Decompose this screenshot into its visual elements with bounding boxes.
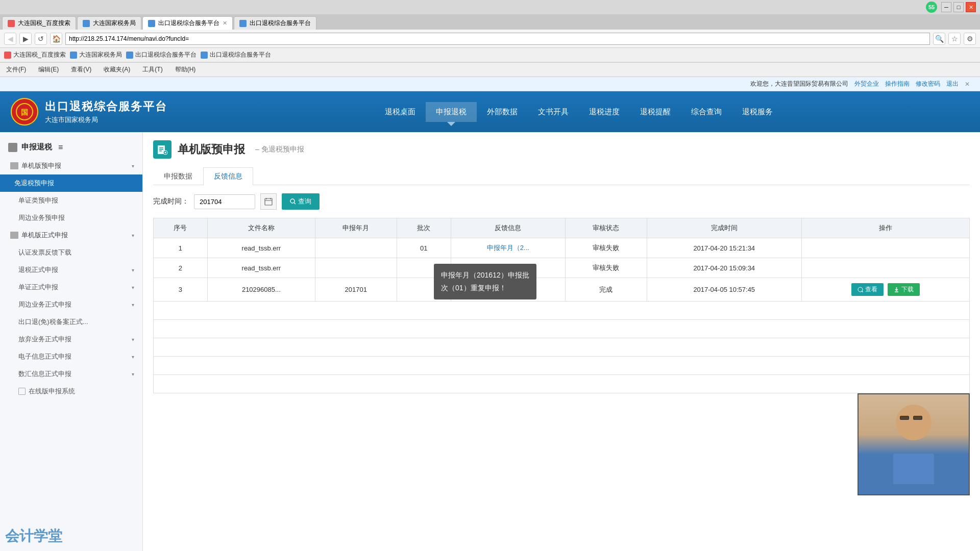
bookmark-0[interactable]: 大连国税_百度搜索 — [4, 51, 66, 59]
sidebar-item-standalone-declaration[interactable]: 单机版预申报 ▾ — [0, 157, 142, 174]
sidebar-item-invoice-download[interactable]: 认证发票反馈下载 — [0, 244, 142, 261]
menu-edit[interactable]: 编辑(E) — [36, 64, 61, 75]
person-head — [896, 405, 932, 440]
sidebar-item-exempt-tax[interactable]: 免退税预申报 — [0, 174, 142, 192]
complete-time-input[interactable] — [194, 194, 255, 209]
browser-tab-0[interactable]: 大连国税_百度搜索 — [2, 16, 76, 30]
row1-status: 审核失败 — [566, 238, 647, 258]
sidebar: 申报退税 ≡ 单机版预申报 ▾ 免退税预申报 单证类预申报 周边业务预申报 单机… — [0, 132, 143, 551]
query-btn-label: 查询 — [298, 197, 311, 206]
sidebar-label-online: 在线版申报系统 — [29, 387, 75, 396]
page-icon-small — [18, 388, 26, 395]
menu-view[interactable]: 查看(V) — [69, 64, 93, 75]
nav-external-data[interactable]: 外部数据 — [477, 102, 528, 122]
close-button[interactable]: ✕ — [966, 2, 976, 12]
forward-button[interactable]: ▶ — [19, 33, 32, 45]
col-actions: 操作 — [801, 218, 969, 238]
sidebar-label-standalone: 单机版预申报 — [21, 161, 61, 170]
nav-refund-reminder[interactable]: 退税提醒 — [630, 102, 681, 122]
nav-document-tools[interactable]: 文书开具 — [528, 102, 579, 122]
calendar-button[interactable] — [260, 193, 277, 210]
table-header-row: 序号 文件名称 申报年月 批次 反馈信息 审核状态 完成时间 操作 — [154, 218, 970, 238]
arrow-icon-data-exchange: ▾ — [132, 371, 134, 377]
main-nav: 退税桌面 申报退税 外部数据 文书开具 退税进度 退税提醒 综合查询 退税服务 — [188, 102, 970, 122]
tab-close-icon-2[interactable]: ✕ — [223, 20, 227, 27]
sidebar-item-peripheral-pre[interactable]: 周边业务预申报 — [0, 209, 142, 227]
sidebar-label-single-cert: 单证类预申报 — [18, 196, 58, 205]
app-menu-bar: 文件(F) 编辑(E) 查看(V) 收藏夹(A) 工具(T) 帮助(H) — [0, 63, 980, 77]
tab-favicon-1 — [83, 20, 90, 27]
row1-batch: 01 — [397, 238, 451, 258]
back-button[interactable]: ◀ — [4, 33, 16, 45]
row3-filename: 210296085... — [207, 278, 315, 302]
query-button[interactable]: 查询 — [282, 193, 320, 210]
bookmark-2[interactable]: 出口退税综合服务平台 — [126, 51, 197, 59]
bookmark-1[interactable]: 大连国家税务局 — [70, 51, 122, 59]
nav-refund-progress[interactable]: 退税进度 — [579, 102, 630, 122]
maximize-button[interactable]: □ — [953, 2, 964, 12]
nav-refund-service[interactable]: 退税服务 — [732, 102, 783, 122]
sidebar-item-single-cert[interactable]: 单证类预申报 — [0, 192, 142, 209]
browser-tab-3[interactable]: 出口退税综合服务平台 — [234, 16, 316, 30]
tab-declare-data[interactable]: 申报数据 — [153, 167, 203, 185]
svg-rect-2 — [159, 149, 163, 150]
browser-tab-2[interactable]: 出口退税综合服务平台 ✕ — [142, 16, 233, 30]
bookmark-label-2: 出口退税综合服务平台 — [135, 51, 197, 59]
bookmark-bar: 大连国税_百度搜索 大连国家税务局 出口退税综合服务平台 出口退税综合服务平台 — [0, 48, 980, 62]
user-info-bar: 欢迎您，大连昔望国际贸易有限公司 外贸企业 操作指南 修改密码 退出 ✕ — [0, 77, 980, 91]
userbar-close-icon[interactable]: ✕ — [965, 81, 970, 88]
sidebar-item-formal-refund[interactable]: 退税正式申报 ▾ — [0, 261, 142, 279]
link-guide[interactable]: 操作指南 — [885, 80, 910, 88]
page-icon — [153, 140, 172, 159]
nav-refund-desk[interactable]: 退税桌面 — [375, 102, 426, 122]
data-table: 序号 文件名称 申报年月 批次 反馈信息 审核状态 完成时间 操作 1 read… — [153, 218, 970, 393]
row1-feedback: 申报年月（2... — [451, 238, 565, 258]
row3-complete-time: 2017-04-05 10:57:45 — [647, 278, 801, 302]
menu-favorites[interactable]: 收藏夹(A) — [102, 64, 132, 75]
col-status: 审核状态 — [566, 218, 647, 238]
logo-subtitle: 大连市国家税务局 — [45, 115, 167, 124]
tab-feedback-info[interactable]: 反馈信息 — [203, 167, 253, 185]
sidebar-item-cert-formal[interactable]: 单证正式申报 ▾ — [0, 279, 142, 296]
sidebar-item-online-system[interactable]: 在线版申报系统 — [0, 383, 142, 400]
col-feedback: 反馈信息 — [451, 218, 565, 238]
minimize-button[interactable]: ─ — [941, 2, 951, 12]
tab-label-1: 大连国家税务局 — [93, 19, 136, 28]
bookmark-icon-2 — [126, 52, 133, 59]
arrow-icon-formal-refund: ▾ — [132, 267, 134, 273]
home-button[interactable]: 🏠 — [50, 33, 62, 45]
sidebar-item-electronic-formal[interactable]: 电子信息正式申报 ▾ — [0, 348, 142, 365]
menu-help[interactable]: 帮助(H) — [173, 64, 198, 75]
nav-comprehensive-query[interactable]: 综合查询 — [681, 102, 732, 122]
menu-tools[interactable]: 工具(T) — [140, 64, 164, 75]
menu-file[interactable]: 文件(F) — [4, 64, 28, 75]
bookmark-button[interactable]: ☆ — [948, 33, 961, 45]
sidebar-item-abandon[interactable]: 放弃业务正式申报 ▾ — [0, 331, 142, 348]
sidebar-label-formal: 单机版正式申报 — [21, 231, 68, 240]
bookmark-3[interactable]: 出口退税综合服务平台 — [201, 51, 271, 59]
table-row-empty — [154, 320, 970, 338]
browser-tab-1[interactable]: 大连国家税务局 — [77, 16, 141, 30]
nav-declare-tax[interactable]: 申报退税 — [426, 102, 477, 122]
sidebar-item-export-record[interactable]: 出口退(免)税备案正式... — [0, 313, 142, 331]
sidebar-item-data-exchange[interactable]: 数汇信息正式申报 ▾ — [0, 365, 142, 383]
bookmark-label-3: 出口退税综合服务平台 — [210, 51, 271, 59]
search-go-button[interactable]: 🔍 — [933, 33, 945, 45]
bookmark-label-0: 大连国税_百度搜索 — [13, 51, 66, 59]
link-logout[interactable]: 退出 — [946, 80, 959, 88]
settings-button[interactable]: ⚙ — [964, 33, 976, 45]
row2-batch — [397, 258, 451, 278]
url-input[interactable] — [65, 33, 930, 45]
download-button-row3[interactable]: 下载 — [888, 283, 920, 296]
link-company-type[interactable]: 外贸企业 — [854, 80, 879, 88]
site-header: 出口退税综合服务平台 大连市国家税务局 退税桌面 申报退税 外部数据 文书开具 … — [0, 91, 980, 132]
sidebar-label-export-record: 出口退(免)税备案正式... — [18, 317, 88, 327]
sidebar-item-peripheral-formal[interactable]: 周边业务正式申报 ▾ — [0, 296, 142, 313]
person-body — [888, 454, 939, 494]
link-change-password[interactable]: 修改密码 — [916, 80, 940, 88]
sidebar-label-cert-formal: 单证正式申报 — [18, 283, 58, 292]
sidebar-label-peripheral-formal: 周边业务正式申报 — [18, 300, 71, 309]
view-button-row3[interactable]: 查看 — [851, 283, 884, 296]
refresh-button[interactable]: ↺ — [35, 33, 47, 45]
sidebar-item-formal-declaration[interactable]: 单机版正式申报 ▾ — [0, 227, 142, 244]
